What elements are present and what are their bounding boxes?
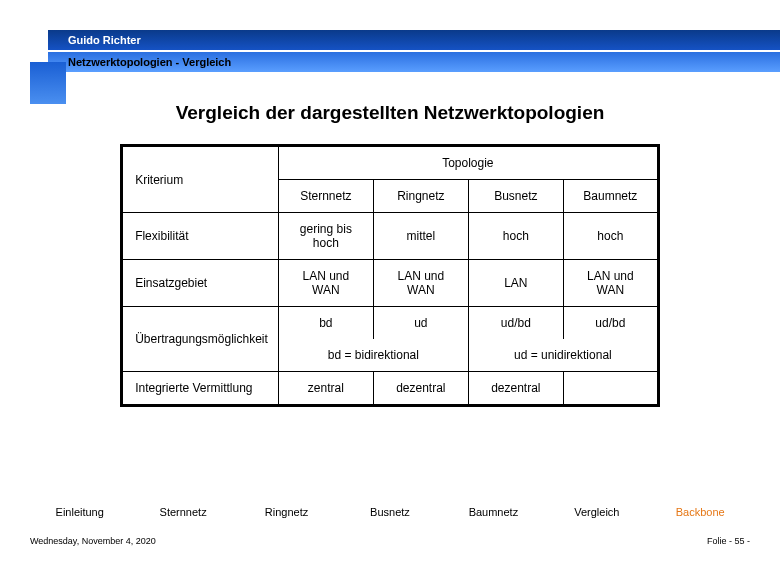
nav-item[interactable]: Baumnetz [442,506,545,518]
nav-item-active[interactable]: Backbone [649,506,752,518]
cell: ud/bd [563,307,658,340]
author-bar: Guido Richter [48,30,780,50]
footer-date: Wednesday, November 4, 2020 [30,536,156,546]
cell: mittel [373,213,468,260]
cell: bd [278,307,373,340]
bottom-nav: Einleitung Sternnetz Ringnetz Busnetz Ba… [0,506,780,518]
author: Guido Richter [68,34,141,46]
header-accent-box [30,62,66,104]
table-row: Übertragungsmöglichkeit bd ud ud/bd ud/b… [122,307,659,340]
footer-page: Folie - 55 - [707,536,750,546]
criterion-header: Kriterium [122,146,279,213]
breadcrumb-bar: Netzwerktopologien - Vergleich [48,52,780,72]
col-ringnetz: Ringnetz [373,180,468,213]
nav-item[interactable]: Busnetz [338,506,441,518]
nav-item[interactable]: Ringnetz [235,506,338,518]
cell: LAN und WAN [278,260,373,307]
nav-item[interactable]: Einleitung [28,506,131,518]
cell: ud/bd [468,307,563,340]
page-title: Vergleich der dargestellten Netzwerktopo… [0,102,780,124]
cell: LAN und WAN [373,260,468,307]
cell: ud [373,307,468,340]
row-label: Einsatzgebiet [122,260,279,307]
col-baumnetz: Baumnetz [563,180,658,213]
cell empty-cell [563,372,658,406]
table-row: Integrierte Vermittlung zentral dezentra… [122,372,659,406]
col-sternnetz: Sternnetz [278,180,373,213]
cell: hoch [468,213,563,260]
breadcrumb: Netzwerktopologien - Vergleich [68,56,231,68]
cell: gering bis hoch [278,213,373,260]
legend-bd: bd = bidirektional [278,339,468,372]
cell: zentral [278,372,373,406]
table-row: Flexibilität gering bis hoch mittel hoch… [122,213,659,260]
comparison-table: Kriterium Topologie Sternnetz Ringnetz B… [120,144,660,407]
cell: hoch [563,213,658,260]
cell: LAN [468,260,563,307]
topology-header: Topologie [278,146,658,180]
row-label: Flexibilität [122,213,279,260]
legend-ud: ud = unidirektional [468,339,658,372]
col-busnetz: Busnetz [468,180,563,213]
cell: dezentral [373,372,468,406]
table-row: Einsatzgebiet LAN und WAN LAN und WAN LA… [122,260,659,307]
row-label: Übertragungsmöglichkeit [122,307,279,372]
row-label: Integrierte Vermittlung [122,372,279,406]
nav-item[interactable]: Vergleich [545,506,648,518]
nav-item[interactable]: Sternnetz [131,506,234,518]
cell: LAN und WAN [563,260,658,307]
cell: dezentral [468,372,563,406]
